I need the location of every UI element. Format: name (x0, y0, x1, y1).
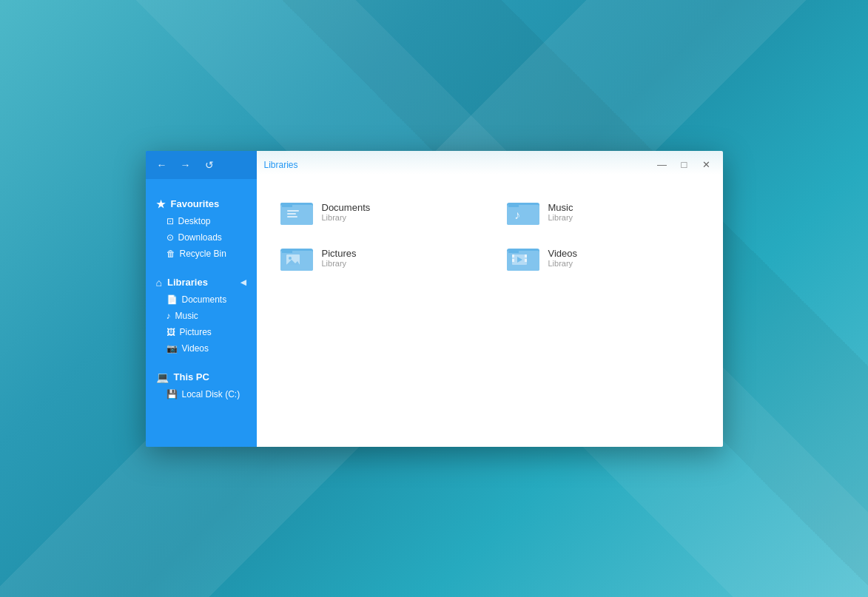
back-button[interactable]: ← (153, 156, 171, 174)
window-controls: — □ ✕ (652, 157, 717, 173)
address-bar: Libraries (264, 160, 298, 170)
pictures-icon: 🖼 (166, 327, 175, 337)
videos-icon: 📷 (166, 343, 178, 354)
sidebar-section-favourites: ★ Favourites ⊡ Desktop ⊙ Downloads 🗑 Rec… (146, 195, 257, 262)
folder-documents-name: Documents (322, 202, 371, 213)
svg-text:♪: ♪ (514, 209, 520, 221)
desktop-icon: ⊡ (166, 216, 174, 226)
folder-documents-type: Library (322, 213, 371, 222)
svg-rect-9 (508, 204, 519, 207)
folder-music-icon: ♪ (507, 198, 539, 226)
svg-rect-22 (512, 259, 514, 262)
folder-documents[interactable]: Documents Library (275, 194, 479, 231)
sidebar-section-libraries: ⌂ Libraries ◀ 📄 Documents ♪ Music 🖼 Pict… (146, 274, 257, 357)
sidebar-item-thispc[interactable]: 💻 This PC (146, 368, 257, 386)
sidebar-item-videos[interactable]: 📷 Videos (146, 340, 257, 357)
download-icon: ⊙ (166, 232, 174, 243)
folder-documents-icon (280, 198, 313, 226)
folder-music[interactable]: ♪ Music Library (501, 194, 705, 231)
svg-point-15 (289, 257, 292, 260)
folder-pictures[interactable]: Pictures Library (275, 240, 479, 277)
folder-music-name: Music (548, 202, 573, 213)
sidebar-item-downloads[interactable]: ⊙ Downloads (146, 229, 257, 246)
sidebar: ★ Favourites ⊡ Desktop ⊙ Downloads 🗑 Rec… (146, 151, 257, 447)
folder-videos[interactable]: Videos Library (501, 240, 705, 277)
disk-icon: 💾 (166, 389, 178, 399)
folder-pictures-name: Pictures (322, 248, 357, 259)
svg-rect-24 (525, 259, 527, 262)
computer-icon: 💻 (156, 371, 169, 383)
recycle-bin-icon: 🗑 (166, 249, 175, 259)
main-content: Libraries — □ ✕ (257, 151, 723, 447)
title-bar: Libraries — □ ✕ (257, 151, 723, 179)
sidebar-item-music[interactable]: ♪ Music (146, 308, 257, 324)
collapse-icon: ◀ (240, 278, 246, 286)
sidebar-item-pictures[interactable]: 🖼 Pictures (146, 324, 257, 340)
refresh-button[interactable]: ↺ (201, 156, 218, 174)
file-explorer-window: ← → ↺ ★ Favourites ⊡ Desktop ⊙ Downloads… (146, 151, 723, 447)
svg-rect-23 (525, 254, 527, 257)
minimize-button[interactable]: — (652, 157, 673, 173)
folder-pictures-type: Library (322, 259, 357, 268)
sidebar-section-thispc: 💻 This PC 💾 Local Disk (C:) (146, 368, 257, 402)
sidebar-item-libraries[interactable]: ⌂ Libraries ◀ (146, 274, 257, 291)
document-icon: 📄 (166, 294, 178, 305)
maximize-button[interactable]: □ (674, 157, 695, 173)
svg-rect-6 (287, 216, 297, 217)
folder-videos-type: Library (548, 259, 578, 268)
music-icon: ♪ (166, 311, 171, 321)
svg-rect-13 (282, 250, 292, 253)
home-icon: ⌂ (156, 277, 162, 289)
sidebar-header: ← → ↺ (146, 151, 257, 179)
content-area: Documents Library ♪ Music (257, 179, 723, 447)
svg-rect-2 (280, 205, 313, 225)
folder-videos-name: Videos (548, 248, 578, 259)
svg-rect-8 (507, 205, 539, 225)
svg-rect-21 (512, 254, 514, 257)
folder-music-info: Music Library (548, 202, 573, 222)
folder-videos-info: Videos Library (548, 248, 578, 268)
folder-music-type: Library (548, 213, 573, 222)
sidebar-item-local-disk[interactable]: 💾 Local Disk (C:) (146, 386, 257, 402)
sidebar-item-documents[interactable]: 📄 Documents (146, 291, 257, 308)
sidebar-item-recycle-bin[interactable]: 🗑 Recycle Bin (146, 246, 257, 262)
close-button[interactable]: ✕ (696, 157, 717, 173)
folder-videos-icon (507, 244, 539, 272)
folder-documents-info: Documents Library (322, 202, 371, 222)
folder-pictures-info: Pictures Library (322, 248, 357, 268)
svg-rect-5 (287, 213, 296, 215)
folder-pictures-icon (280, 244, 313, 272)
sidebar-item-favourites[interactable]: ★ Favourites (146, 195, 257, 213)
sidebar-item-desktop[interactable]: ⊡ Desktop (146, 213, 257, 229)
star-icon: ★ (156, 198, 166, 210)
svg-rect-4 (287, 210, 299, 212)
forward-button[interactable]: → (177, 156, 195, 174)
svg-rect-19 (508, 250, 519, 253)
svg-rect-3 (282, 204, 292, 207)
